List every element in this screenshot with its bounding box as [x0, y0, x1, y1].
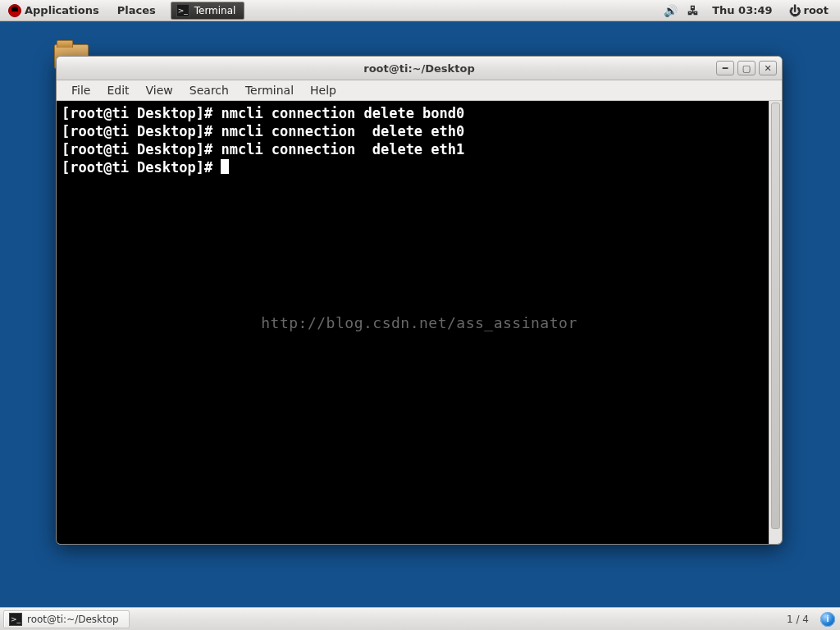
- applications-label: Applications: [25, 4, 99, 16]
- workspace-indicator[interactable]: 1 / 4: [783, 612, 812, 627]
- minimize-button[interactable]: ━: [716, 61, 734, 75]
- scrollbar[interactable]: [769, 101, 782, 544]
- network-icon[interactable]: 🖧: [687, 4, 699, 17]
- terminal-icon: >_: [9, 613, 22, 626]
- terminal-area[interactable]: [root@ti Desktop]# nmcli connection dele…: [57, 101, 782, 544]
- watermark-text: http://blog.csdn.net/ass_assinator: [261, 314, 577, 331]
- places-menu[interactable]: Places: [114, 2, 159, 19]
- clock-label: Thu 03:49: [712, 4, 772, 16]
- taskbar-terminal[interactable]: >_ Terminal: [171, 2, 245, 20]
- menu-file[interactable]: File: [63, 81, 98, 99]
- logout-icon: ⏻: [789, 4, 801, 17]
- clock[interactable]: Thu 03:49: [709, 2, 775, 19]
- terminal-line-1: [root@ti Desktop]# nmcli connection dele…: [62, 123, 464, 139]
- bottom-task-label: root@ti:~/Desktop: [27, 614, 119, 625]
- menu-help[interactable]: Help: [302, 81, 345, 99]
- menu-search[interactable]: Search: [181, 81, 237, 99]
- terminal-line-0: [root@ti Desktop]# nmcli connection dele…: [62, 105, 464, 121]
- close-button[interactable]: ✕: [759, 61, 777, 75]
- volume-icon[interactable]: 🔊: [664, 4, 678, 17]
- terminal-prompt: [root@ti Desktop]#: [62, 159, 212, 176]
- menu-terminal[interactable]: Terminal: [237, 81, 302, 99]
- notification-icon[interactable]: i: [820, 612, 835, 627]
- maximize-button[interactable]: ▢: [737, 61, 756, 75]
- bottom-task-terminal[interactable]: >_ root@ti:~/Desktop: [3, 610, 130, 628]
- scrollbar-thumb[interactable]: [771, 103, 780, 529]
- user-label: root: [804, 4, 829, 16]
- menu-edit[interactable]: Edit: [98, 81, 137, 99]
- window-title: root@ti:~/Desktop: [57, 62, 782, 75]
- terminal-window: root@ti:~/Desktop ━ ▢ ✕ File Edit View S…: [56, 56, 783, 545]
- redhat-icon: [8, 4, 21, 17]
- terminal-line-2: [root@ti Desktop]# nmcli connection dele…: [62, 141, 464, 158]
- cursor: [221, 159, 229, 174]
- workspace-label: 1 / 4: [787, 614, 809, 625]
- top-panel: Applications Places >_ Terminal 🔊 🖧 Thu …: [0, 0, 840, 21]
- applications-menu[interactable]: Applications: [5, 2, 103, 20]
- titlebar[interactable]: root@ti:~/Desktop ━ ▢ ✕: [57, 57, 782, 80]
- places-label: Places: [117, 4, 156, 16]
- taskbar-terminal-label: Terminal: [194, 5, 236, 16]
- user-menu[interactable]: ⏻ root: [786, 2, 833, 20]
- terminal-icon: >_: [176, 4, 189, 17]
- menubar: File Edit View Search Terminal Help: [57, 80, 782, 101]
- menu-view[interactable]: View: [138, 81, 181, 99]
- bottom-panel: >_ root@ti:~/Desktop 1 / 4 i: [0, 607, 840, 630]
